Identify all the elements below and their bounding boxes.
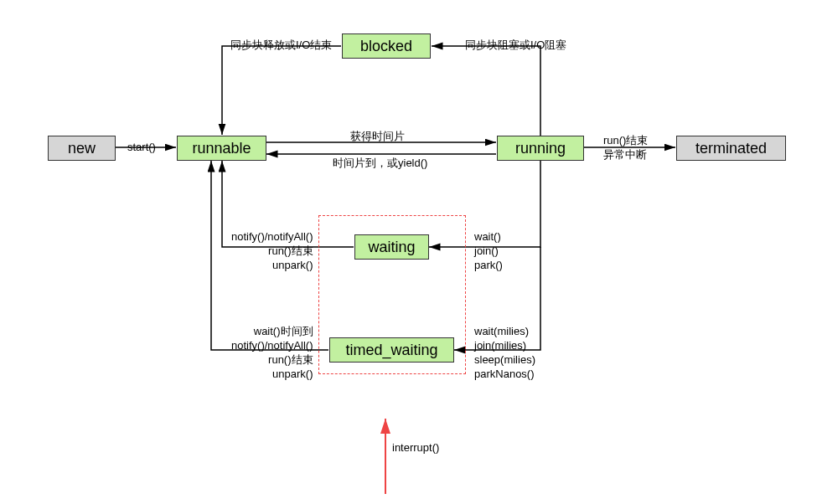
label-interrupt: interrupt() (392, 441, 439, 455)
label-run-end: run()结束 异常中断 (603, 134, 648, 162)
label-start: start() (127, 141, 156, 155)
node-runnable: runnable (177, 136, 266, 161)
label-sync-release: 同步块释放或I/O结束 (230, 39, 332, 53)
label-from-waiting: notify()/notifyAll() run()结束 unpark() (231, 230, 313, 273)
label-to-timed-waiting: wait(milies) join(milies) sleep(milies) … (474, 325, 535, 382)
node-blocked: blocked (342, 33, 431, 59)
label-acquire-timeslice: 获得时间片 (350, 130, 405, 144)
label-sync-block: 同步块阻塞或I/O阻塞 (465, 39, 566, 53)
label-from-timed-waiting: wait()时间到 notify()/notifyAll() run()结束 u… (231, 325, 313, 382)
node-new: new (48, 136, 116, 161)
label-to-waiting: wait() join() park() (474, 230, 503, 273)
label-timeslice-yield: 时间片到，或yield() (333, 157, 427, 171)
node-terminated: terminated (676, 136, 786, 161)
node-running: running (497, 136, 584, 161)
waiting-group-box (318, 215, 466, 374)
